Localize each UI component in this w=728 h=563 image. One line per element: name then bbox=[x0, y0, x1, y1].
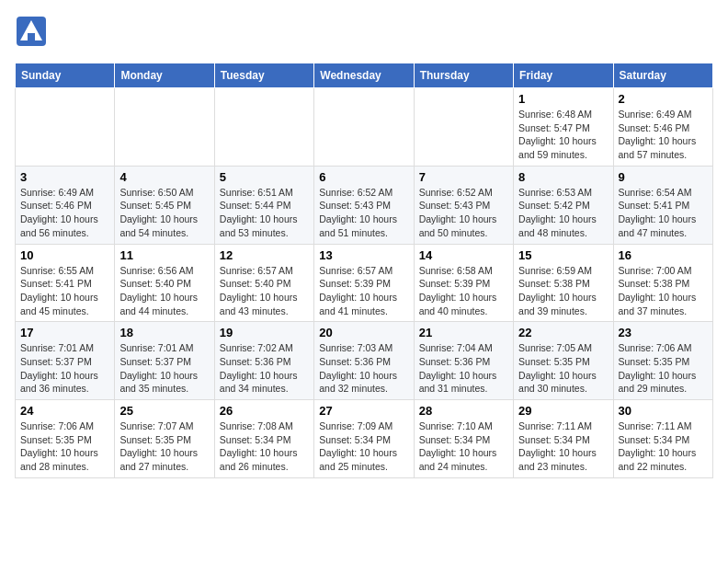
day-info: Sunrise: 6:54 AM Sunset: 5:41 PM Dayligh… bbox=[619, 186, 708, 240]
logo bbox=[15, 15, 51, 53]
calendar-cell: 7Sunrise: 6:52 AM Sunset: 5:43 PM Daylig… bbox=[414, 166, 513, 244]
calendar-cell: 21Sunrise: 7:04 AM Sunset: 5:36 PM Dayli… bbox=[414, 322, 513, 400]
page-header bbox=[15, 15, 713, 53]
day-number: 21 bbox=[419, 326, 508, 339]
day-number: 10 bbox=[20, 248, 109, 262]
day-number: 22 bbox=[518, 326, 608, 339]
calendar-cell bbox=[214, 88, 313, 167]
day-info: Sunrise: 7:01 AM Sunset: 5:37 PM Dayligh… bbox=[119, 341, 209, 396]
calendar-cell: 5Sunrise: 6:51 AM Sunset: 5:44 PM Daylig… bbox=[214, 166, 313, 244]
calendar-cell bbox=[115, 88, 214, 167]
calendar-cell bbox=[314, 88, 414, 167]
day-info: Sunrise: 7:06 AM Sunset: 5:35 PM Dayligh… bbox=[619, 341, 708, 396]
day-info: Sunrise: 7:09 AM Sunset: 5:34 PM Dayligh… bbox=[319, 419, 408, 474]
day-info: Sunrise: 6:52 AM Sunset: 5:43 PM Dayligh… bbox=[319, 186, 408, 240]
day-number: 19 bbox=[220, 326, 309, 339]
day-info: Sunrise: 7:07 AM Sunset: 5:35 PM Dayligh… bbox=[119, 419, 209, 474]
day-number: 30 bbox=[619, 404, 708, 418]
day-number: 18 bbox=[119, 326, 209, 339]
calendar-cell: 12Sunrise: 6:57 AM Sunset: 5:40 PM Dayli… bbox=[214, 244, 313, 322]
calendar-cell: 27Sunrise: 7:09 AM Sunset: 5:34 PM Dayli… bbox=[314, 400, 414, 478]
calendar-cell: 16Sunrise: 7:00 AM Sunset: 5:38 PM Dayli… bbox=[613, 244, 712, 322]
logo-icon bbox=[15, 15, 48, 53]
day-number: 14 bbox=[419, 248, 508, 262]
day-number: 25 bbox=[119, 404, 209, 418]
day-header-saturday: Saturday bbox=[613, 63, 712, 88]
calendar-cell: 4Sunrise: 6:50 AM Sunset: 5:45 PM Daylig… bbox=[115, 166, 214, 244]
day-header-thursday: Thursday bbox=[414, 63, 513, 88]
calendar-cell: 22Sunrise: 7:05 AM Sunset: 5:35 PM Dayli… bbox=[514, 322, 613, 400]
calendar-cell: 9Sunrise: 6:54 AM Sunset: 5:41 PM Daylig… bbox=[613, 166, 712, 244]
day-info: Sunrise: 7:08 AM Sunset: 5:34 PM Dayligh… bbox=[220, 419, 309, 474]
calendar-cell: 30Sunrise: 7:11 AM Sunset: 5:34 PM Dayli… bbox=[613, 400, 712, 478]
day-number: 16 bbox=[619, 248, 708, 262]
day-number: 24 bbox=[20, 404, 109, 418]
calendar-cell: 28Sunrise: 7:10 AM Sunset: 5:34 PM Dayli… bbox=[414, 400, 513, 478]
calendar-cell: 1Sunrise: 6:48 AM Sunset: 5:47 PM Daylig… bbox=[514, 88, 613, 167]
day-info: Sunrise: 6:49 AM Sunset: 5:46 PM Dayligh… bbox=[20, 186, 109, 240]
day-header-monday: Monday bbox=[115, 63, 214, 88]
day-info: Sunrise: 6:59 AM Sunset: 5:38 PM Dayligh… bbox=[518, 264, 608, 318]
day-number: 8 bbox=[518, 170, 608, 184]
day-number: 5 bbox=[220, 170, 309, 184]
day-info: Sunrise: 6:57 AM Sunset: 5:40 PM Dayligh… bbox=[220, 264, 309, 318]
day-header-friday: Friday bbox=[514, 63, 613, 88]
day-info: Sunrise: 6:55 AM Sunset: 5:41 PM Dayligh… bbox=[20, 264, 109, 318]
day-number: 13 bbox=[319, 248, 408, 262]
day-number: 20 bbox=[319, 326, 408, 339]
day-info: Sunrise: 7:03 AM Sunset: 5:36 PM Dayligh… bbox=[319, 341, 408, 396]
calendar-cell: 6Sunrise: 6:52 AM Sunset: 5:43 PM Daylig… bbox=[314, 166, 414, 244]
day-info: Sunrise: 6:53 AM Sunset: 5:42 PM Dayligh… bbox=[518, 186, 608, 240]
day-info: Sunrise: 7:00 AM Sunset: 5:38 PM Dayligh… bbox=[619, 264, 708, 318]
day-number: 7 bbox=[419, 170, 508, 184]
calendar-cell: 2Sunrise: 6:49 AM Sunset: 5:46 PM Daylig… bbox=[613, 88, 712, 167]
day-info: Sunrise: 7:06 AM Sunset: 5:35 PM Dayligh… bbox=[20, 419, 109, 474]
day-header-tuesday: Tuesday bbox=[214, 63, 313, 88]
day-number: 11 bbox=[119, 248, 209, 262]
day-info: Sunrise: 7:10 AM Sunset: 5:34 PM Dayligh… bbox=[419, 419, 508, 474]
calendar-cell: 23Sunrise: 7:06 AM Sunset: 5:35 PM Dayli… bbox=[613, 322, 712, 400]
day-number: 2 bbox=[619, 92, 708, 106]
calendar-cell: 25Sunrise: 7:07 AM Sunset: 5:35 PM Dayli… bbox=[115, 400, 214, 478]
day-info: Sunrise: 6:52 AM Sunset: 5:43 PM Dayligh… bbox=[419, 186, 508, 240]
day-number: 6 bbox=[319, 170, 408, 184]
day-header-wednesday: Wednesday bbox=[314, 63, 414, 88]
calendar-cell: 20Sunrise: 7:03 AM Sunset: 5:36 PM Dayli… bbox=[314, 322, 414, 400]
day-info: Sunrise: 7:04 AM Sunset: 5:36 PM Dayligh… bbox=[419, 341, 508, 396]
day-info: Sunrise: 6:56 AM Sunset: 5:40 PM Dayligh… bbox=[119, 264, 209, 318]
day-info: Sunrise: 6:48 AM Sunset: 5:47 PM Dayligh… bbox=[518, 108, 608, 162]
day-number: 28 bbox=[419, 404, 508, 418]
calendar-cell: 11Sunrise: 6:56 AM Sunset: 5:40 PM Dayli… bbox=[115, 244, 214, 322]
day-info: Sunrise: 7:01 AM Sunset: 5:37 PM Dayligh… bbox=[20, 341, 109, 396]
day-number: 1 bbox=[518, 92, 608, 106]
day-number: 27 bbox=[319, 404, 408, 418]
day-info: Sunrise: 7:02 AM Sunset: 5:36 PM Dayligh… bbox=[220, 341, 309, 396]
day-info: Sunrise: 6:58 AM Sunset: 5:39 PM Dayligh… bbox=[419, 264, 508, 318]
calendar-cell: 26Sunrise: 7:08 AM Sunset: 5:34 PM Dayli… bbox=[214, 400, 313, 478]
calendar-cell bbox=[414, 88, 513, 167]
calendar-table: SundayMondayTuesdayWednesdayThursdayFrid… bbox=[15, 63, 713, 478]
day-number: 4 bbox=[119, 170, 209, 184]
day-number: 12 bbox=[220, 248, 309, 262]
calendar-cell: 15Sunrise: 6:59 AM Sunset: 5:38 PM Dayli… bbox=[514, 244, 613, 322]
day-number: 9 bbox=[619, 170, 708, 184]
day-info: Sunrise: 6:49 AM Sunset: 5:46 PM Dayligh… bbox=[619, 108, 708, 162]
calendar-cell: 13Sunrise: 6:57 AM Sunset: 5:39 PM Dayli… bbox=[314, 244, 414, 322]
day-info: Sunrise: 7:05 AM Sunset: 5:35 PM Dayligh… bbox=[518, 341, 608, 396]
day-number: 3 bbox=[20, 170, 109, 184]
svg-rect-2 bbox=[28, 33, 35, 40]
day-header-sunday: Sunday bbox=[16, 63, 115, 88]
day-info: Sunrise: 6:51 AM Sunset: 5:44 PM Dayligh… bbox=[220, 186, 309, 240]
calendar-cell: 24Sunrise: 7:06 AM Sunset: 5:35 PM Dayli… bbox=[16, 400, 115, 478]
calendar-cell: 14Sunrise: 6:58 AM Sunset: 5:39 PM Dayli… bbox=[414, 244, 513, 322]
day-info: Sunrise: 7:11 AM Sunset: 5:34 PM Dayligh… bbox=[619, 419, 708, 474]
calendar-cell: 29Sunrise: 7:11 AM Sunset: 5:34 PM Dayli… bbox=[514, 400, 613, 478]
day-number: 29 bbox=[518, 404, 608, 418]
day-number: 17 bbox=[20, 326, 109, 339]
calendar-cell: 17Sunrise: 7:01 AM Sunset: 5:37 PM Dayli… bbox=[16, 322, 115, 400]
day-number: 26 bbox=[220, 404, 309, 418]
day-info: Sunrise: 6:50 AM Sunset: 5:45 PM Dayligh… bbox=[119, 186, 209, 240]
day-number: 15 bbox=[518, 248, 608, 262]
calendar-cell: 10Sunrise: 6:55 AM Sunset: 5:41 PM Dayli… bbox=[16, 244, 115, 322]
calendar-cell: 19Sunrise: 7:02 AM Sunset: 5:36 PM Dayli… bbox=[214, 322, 313, 400]
